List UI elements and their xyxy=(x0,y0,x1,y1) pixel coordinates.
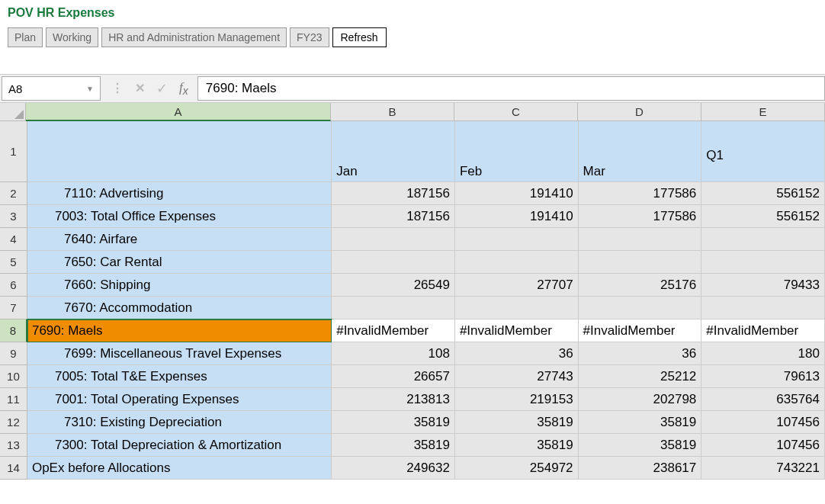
column-header-a[interactable]: A xyxy=(26,103,331,121)
row-header-10[interactable]: 10 xyxy=(0,365,27,388)
column-header-b[interactable]: B xyxy=(331,103,454,121)
cell-e5[interactable] xyxy=(701,251,825,274)
cell-c4[interactable] xyxy=(455,228,579,251)
cell-d9[interactable]: 36 xyxy=(579,342,702,365)
fx-icon[interactable]: fx xyxy=(179,80,188,97)
pov-chip-working[interactable]: Working xyxy=(46,27,98,47)
cell-c8[interactable]: #InvalidMember xyxy=(455,319,579,342)
cell-e11[interactable]: 635764 xyxy=(701,388,825,411)
row-header-11[interactable]: 11 xyxy=(0,388,27,411)
cell-c7[interactable] xyxy=(455,297,579,319)
cell-d8[interactable]: #InvalidMember xyxy=(579,319,702,342)
cell-b14[interactable]: 249632 xyxy=(332,457,455,480)
cell-c11[interactable]: 219153 xyxy=(455,388,579,411)
cell-e2[interactable]: 556152 xyxy=(701,182,825,205)
cell-e9[interactable]: 180 xyxy=(701,342,825,365)
cell-d13[interactable]: 35819 xyxy=(579,434,702,457)
formula-input[interactable]: 7690: Maels xyxy=(197,76,825,101)
cell-c12[interactable]: 35819 xyxy=(455,411,579,434)
cell-c3[interactable]: 191410 xyxy=(455,205,579,228)
cell-d11[interactable]: 202798 xyxy=(579,388,702,411)
cell-d6[interactable]: 25176 xyxy=(579,274,702,297)
cell-d5[interactable] xyxy=(579,251,702,274)
refresh-button[interactable]: Refresh xyxy=(332,27,387,47)
pov-chip-entity[interactable]: HR and Administration Management xyxy=(101,27,287,47)
cell-b10[interactable]: 26657 xyxy=(332,365,455,388)
cell-b4[interactable] xyxy=(332,228,455,251)
dropdown-icon[interactable]: ▼ xyxy=(86,85,94,93)
row-header-9[interactable]: 9 xyxy=(0,342,27,365)
column-header-c[interactable]: C xyxy=(454,103,578,121)
row-header-8[interactable]: 8 xyxy=(0,319,27,342)
cell-b12[interactable]: 35819 xyxy=(332,411,455,434)
row-header-6[interactable]: 6 xyxy=(0,274,27,297)
name-box[interactable]: A8 ▼ xyxy=(2,76,101,101)
cell-d4[interactable] xyxy=(579,228,702,251)
cell-b2[interactable]: 187156 xyxy=(332,182,455,205)
cell-e14[interactable]: 743221 xyxy=(701,457,825,480)
cell-d3[interactable]: 177586 xyxy=(579,205,702,228)
cell-e13[interactable]: 107456 xyxy=(701,434,825,457)
cell-c10[interactable]: 27743 xyxy=(455,365,579,388)
cell-b7[interactable] xyxy=(332,297,455,319)
cell-e1[interactable]: Q1 xyxy=(701,121,825,182)
row-header-12[interactable]: 12 xyxy=(0,411,27,434)
cell-a9[interactable]: 7699: Miscellaneous Travel Expenses xyxy=(27,342,332,365)
cell-e8[interactable]: #InvalidMember xyxy=(701,319,825,342)
cell-a8[interactable]: 7690: Maels xyxy=(27,319,332,342)
cell-b5[interactable] xyxy=(332,251,455,274)
cell-b8[interactable]: #InvalidMember xyxy=(332,319,455,342)
cell-a14[interactable]: OpEx before Allocations xyxy=(27,457,332,480)
row-header-1[interactable]: 1 xyxy=(0,121,27,182)
cell-c5[interactable] xyxy=(455,251,579,274)
row-header-7[interactable]: 7 xyxy=(0,297,27,319)
cell-c6[interactable]: 27707 xyxy=(455,274,579,297)
row-header-2[interactable]: 2 xyxy=(0,182,27,205)
cell-e6[interactable]: 79433 xyxy=(701,274,825,297)
cell-e3[interactable]: 556152 xyxy=(701,205,825,228)
cell-c1[interactable]: Feb xyxy=(455,121,579,182)
row-header-13[interactable]: 13 xyxy=(0,434,27,457)
cell-e4[interactable] xyxy=(701,228,825,251)
cell-a7[interactable]: 7670: Accommodation xyxy=(27,297,332,319)
cell-b3[interactable]: 187156 xyxy=(332,205,455,228)
cell-a2[interactable]: 7110: Advertising xyxy=(27,182,332,205)
row-header-3[interactable]: 3 xyxy=(0,205,27,228)
cell-d1[interactable]: Mar xyxy=(579,121,702,182)
cancel-icon[interactable]: ✕ xyxy=(135,81,145,95)
cell-a1[interactable] xyxy=(27,121,332,182)
cell-a13[interactable]: 7300: Total Depreciation & Amortization xyxy=(27,434,332,457)
cell-b1[interactable]: Jan xyxy=(332,121,455,182)
pov-chip-year[interactable]: FY23 xyxy=(290,27,329,47)
column-header-d[interactable]: D xyxy=(578,103,701,121)
cell-a11[interactable]: 7001: Total Operating Expenses xyxy=(27,388,332,411)
cell-b13[interactable]: 35819 xyxy=(332,434,455,457)
cell-e7[interactable] xyxy=(701,297,825,319)
cell-d14[interactable]: 238617 xyxy=(579,457,702,480)
cell-c13[interactable]: 35819 xyxy=(455,434,579,457)
accept-icon[interactable]: ✓ xyxy=(156,80,168,97)
cell-d12[interactable]: 35819 xyxy=(579,411,702,434)
cell-e12[interactable]: 107456 xyxy=(701,411,825,434)
cell-d2[interactable]: 177586 xyxy=(579,182,702,205)
cell-a6[interactable]: 7660: Shipping xyxy=(27,274,332,297)
cell-a12[interactable]: 7310: Existing Depreciation xyxy=(27,411,332,434)
cell-b9[interactable]: 108 xyxy=(332,342,455,365)
cell-b6[interactable]: 26549 xyxy=(332,274,455,297)
cell-a5[interactable]: 7650: Car Rental xyxy=(27,251,332,274)
cell-c14[interactable]: 254972 xyxy=(455,457,579,480)
cell-c2[interactable]: 191410 xyxy=(455,182,579,205)
cell-c9[interactable]: 36 xyxy=(455,342,579,365)
row-header-14[interactable]: 14 xyxy=(0,457,27,480)
row-header-4[interactable]: 4 xyxy=(0,228,27,251)
cell-a3[interactable]: 7003: Total Office Expenses xyxy=(27,205,332,228)
cell-d10[interactable]: 25212 xyxy=(579,365,702,388)
pov-chip-plan[interactable]: Plan xyxy=(8,27,43,47)
column-header-e[interactable]: E xyxy=(701,103,825,121)
cell-b11[interactable]: 213813 xyxy=(332,388,455,411)
cell-d7[interactable] xyxy=(579,297,702,319)
row-header-5[interactable]: 5 xyxy=(0,251,27,274)
select-all-corner[interactable] xyxy=(0,103,26,121)
cell-e10[interactable]: 79613 xyxy=(701,365,825,388)
cell-a10[interactable]: 7005: Total T&E Expenses xyxy=(27,365,332,388)
